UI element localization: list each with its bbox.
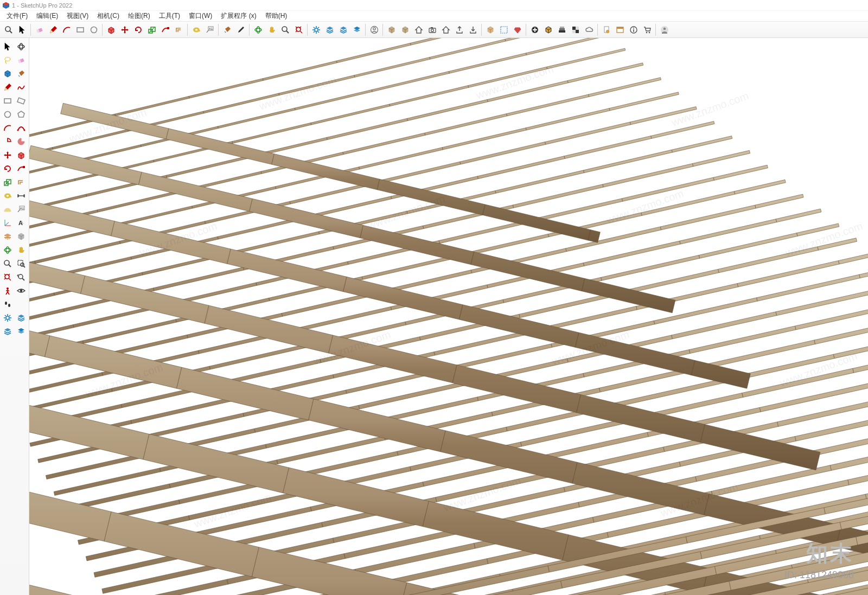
viewport-3d[interactable]: www.znzmo.comwww.znzmo.comwww.znzmo.comw… [29, 38, 868, 595]
paintbucket-icon[interactable] [221, 23, 234, 36]
wh-home2-icon[interactable] [439, 23, 452, 36]
ext3-stack-icon[interactable] [556, 23, 569, 36]
menu-item-7[interactable]: 扩展程序 (x) [216, 11, 260, 21]
text-icon[interactable]: A1 [15, 203, 28, 216]
circle-icon[interactable] [1, 108, 14, 121]
arc3-icon[interactable] [1, 135, 14, 148]
line-icon[interactable] [47, 23, 60, 36]
ext-gear-blue-icon[interactable] [310, 23, 323, 36]
ext-layers1-icon[interactable] [323, 23, 336, 36]
arc2-icon[interactable] [15, 121, 28, 135]
ext3-checker-icon[interactable] [569, 23, 582, 36]
tape-icon[interactable] [1, 189, 14, 202]
lasso-icon[interactable] [1, 54, 14, 67]
tape-icon[interactable] [190, 23, 203, 36]
position-cam-icon[interactable] [1, 284, 14, 297]
ext-layers3-icon[interactable] [15, 325, 28, 338]
arc-icon[interactable] [60, 23, 73, 36]
dimension-icon[interactable] [15, 189, 28, 202]
ext4-window-icon[interactable] [614, 23, 627, 36]
search-icon[interactable] [2, 23, 15, 36]
zoom-extents-icon[interactable] [1, 271, 14, 284]
box-tool-icon[interactable] [15, 230, 28, 243]
ext3-cloud-icon[interactable] [583, 23, 596, 36]
ext2-gem-icon[interactable] [511, 23, 524, 36]
offset-icon[interactable] [173, 23, 186, 36]
ext4-cart-icon[interactable] [641, 23, 654, 36]
pan-icon[interactable] [265, 23, 278, 36]
zoom-icon[interactable] [279, 23, 292, 36]
rotate-icon[interactable] [132, 23, 145, 36]
wh-upload-icon[interactable] [453, 23, 466, 36]
paintbucket-icon[interactable] [15, 67, 28, 80]
text-icon[interactable]: A1 [203, 23, 216, 36]
freehand-icon[interactable] [15, 81, 28, 94]
eraser-icon[interactable] [15, 54, 28, 67]
followme-icon[interactable] [15, 162, 28, 175]
ext-layers3-icon[interactable] [350, 23, 363, 36]
menu-item-4[interactable]: 绘图(R) [124, 11, 155, 21]
select-icon[interactable] [16, 23, 29, 36]
arc-icon[interactable] [1, 121, 14, 135]
axes-icon[interactable] [1, 216, 14, 229]
menu-item-8[interactable]: 帮助(H) [261, 11, 292, 21]
account-icon[interactable] [658, 23, 671, 36]
polygon-icon[interactable] [15, 108, 28, 121]
walk-icon[interactable] [1, 298, 14, 311]
orbit-side-icon[interactable] [15, 40, 28, 53]
wh-cam-icon[interactable] [426, 23, 439, 36]
rectangle-icon[interactable] [1, 94, 14, 107]
ext3-cube-icon[interactable] [542, 23, 555, 36]
ext2-box-icon[interactable] [484, 23, 497, 36]
materials-icon[interactable] [1, 67, 14, 80]
ext4-geardoc-icon[interactable] [600, 23, 613, 36]
svg-point-91 [20, 289, 22, 291]
wh-box2-icon[interactable] [399, 23, 412, 36]
protractor-icon[interactable] [1, 203, 14, 216]
eraser-icon[interactable] [33, 23, 46, 36]
menu-item-6[interactable]: 窗口(W) [184, 11, 216, 21]
wh-home-icon[interactable] [412, 23, 425, 36]
rectangle-icon[interactable] [74, 23, 87, 36]
rotated-rect-icon[interactable] [15, 94, 28, 107]
pan-icon[interactable] [15, 244, 28, 257]
ext-gear-blue-icon[interactable] [1, 311, 14, 324]
3dtext-icon[interactable]: AA [15, 216, 28, 229]
ext3-plus-icon[interactable] [528, 23, 541, 36]
prev-view-icon[interactable] [15, 271, 28, 284]
orbit-icon[interactable] [252, 23, 265, 36]
orbit-icon[interactable] [1, 244, 14, 257]
ext-layers2-icon[interactable] [1, 325, 14, 338]
scale-icon[interactable] [1, 176, 14, 189]
zoom-extents-icon[interactable] [292, 23, 305, 36]
menu-item-3[interactable]: 相机(C) [93, 11, 124, 21]
ext-layers2-icon[interactable] [337, 23, 350, 36]
menu-item-5[interactable]: 工具(T) [155, 11, 184, 21]
move-icon[interactable] [1, 149, 14, 162]
pushpull-icon[interactable] [105, 23, 118, 36]
select-icon[interactable] [1, 40, 14, 53]
ext-layers-icon[interactable] [15, 311, 28, 324]
move-icon[interactable] [118, 23, 131, 36]
zoom-window-icon[interactable] [15, 257, 28, 270]
menu-item-0[interactable]: 文件(F) [2, 11, 32, 21]
offset-icon[interactable] [15, 176, 28, 189]
user-icon[interactable] [368, 23, 381, 36]
section-icon[interactable] [1, 230, 14, 243]
menu-item-1[interactable]: 编辑(E) [32, 11, 62, 21]
eyedropper-icon[interactable] [234, 23, 247, 36]
wh-box1-icon[interactable] [385, 23, 398, 36]
zoom-icon[interactable] [1, 257, 14, 270]
wh-download-icon[interactable] [467, 23, 480, 36]
line-icon[interactable] [1, 81, 14, 94]
pie-icon[interactable] [15, 135, 28, 148]
pushpull-icon[interactable] [15, 149, 28, 162]
followme-icon[interactable] [159, 23, 172, 36]
rotate-icon[interactable] [1, 162, 14, 175]
ext4-info-icon[interactable] [627, 23, 640, 36]
circle-icon[interactable] [87, 23, 100, 36]
scale-icon[interactable] [145, 23, 158, 36]
ext2-sel-icon[interactable] [497, 23, 510, 36]
look-around-icon[interactable] [15, 284, 28, 297]
menu-item-2[interactable]: 视图(V) [62, 11, 93, 21]
